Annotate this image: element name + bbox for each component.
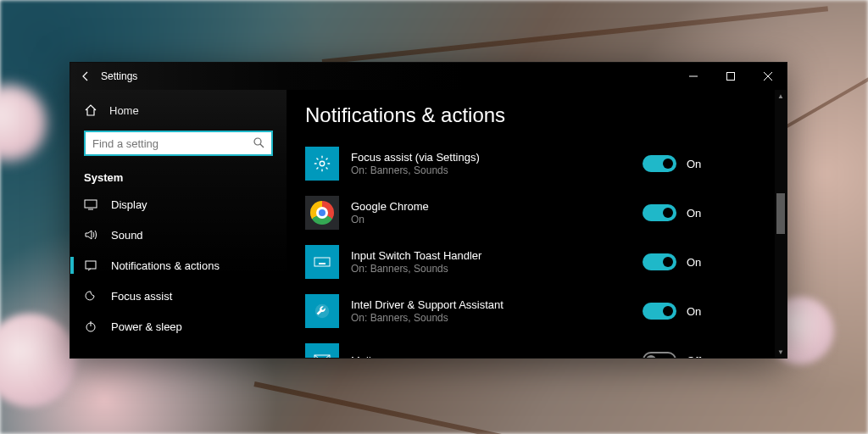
app-name: Google Chrome bbox=[351, 200, 643, 213]
toggle-state-label: On bbox=[687, 158, 701, 170]
toggle-group: On bbox=[643, 253, 753, 270]
close-button[interactable] bbox=[749, 63, 787, 90]
toggle-state-label: On bbox=[687, 305, 701, 318]
toggle-switch[interactable] bbox=[643, 352, 676, 358]
gear-icon bbox=[305, 147, 339, 181]
home-nav[interactable]: Home bbox=[70, 97, 287, 124]
sidebar-item-display[interactable]: Display bbox=[70, 189, 287, 220]
search-input[interactable] bbox=[92, 137, 253, 150]
sidebar-item-label: Power & sleep bbox=[111, 320, 182, 333]
app-name: Focus assist (via Settings) bbox=[351, 151, 643, 164]
minimize-button[interactable] bbox=[675, 63, 712, 90]
power-icon bbox=[84, 320, 97, 333]
search-box[interactable] bbox=[84, 131, 273, 156]
app-subtext: On: Banners, Sounds bbox=[351, 164, 643, 176]
page-title: Notifications & actions bbox=[287, 90, 787, 139]
maximize-button[interactable] bbox=[712, 63, 749, 90]
app-info: Input Switch Toast HandlerOn: Banners, S… bbox=[339, 249, 643, 275]
svg-rect-12 bbox=[314, 258, 330, 266]
app-info: Intel Driver & Support AssistantOn: Bann… bbox=[339, 298, 643, 324]
app-row[interactable]: Input Switch Toast HandlerOn: Banners, S… bbox=[305, 237, 753, 287]
app-row[interactable]: Google ChromeOnOn bbox=[305, 188, 753, 237]
sidebar-item-label: Notifications & actions bbox=[111, 259, 220, 272]
scroll-down-arrow[interactable]: ▼ bbox=[775, 346, 787, 358]
app-info: Mail bbox=[339, 354, 643, 359]
app-info: Focus assist (via Settings)On: Banners, … bbox=[339, 151, 643, 176]
svg-point-11 bbox=[320, 161, 325, 166]
search-icon bbox=[253, 136, 264, 151]
sidebar-item-notifications[interactable]: Notifications & actions bbox=[70, 250, 287, 281]
chrome-icon bbox=[305, 196, 339, 230]
app-subtext: On: Banners, Sounds bbox=[351, 312, 643, 324]
toggle-switch[interactable] bbox=[643, 204, 676, 221]
toggle-state-label: On bbox=[687, 256, 701, 269]
sidebar-item-focus-assist[interactable]: Focus assist bbox=[70, 281, 287, 311]
toggle-switch[interactable] bbox=[643, 303, 676, 320]
home-label: Home bbox=[109, 104, 139, 117]
sidebar-item-power-sleep[interactable]: Power & sleep bbox=[70, 311, 287, 342]
sidebar: Home System Display Sound bbox=[70, 90, 287, 358]
home-icon bbox=[84, 103, 97, 117]
titlebar: Settings bbox=[70, 63, 787, 90]
toggle-group: On bbox=[643, 204, 753, 221]
toggle-switch[interactable] bbox=[643, 253, 676, 270]
keyboard-icon bbox=[305, 245, 339, 279]
toggle-state-label: On bbox=[687, 207, 701, 220]
app-row[interactable]: Intel Driver & Support AssistantOn: Bann… bbox=[305, 287, 753, 336]
app-subtext: On bbox=[351, 214, 643, 225]
svg-rect-8 bbox=[86, 261, 96, 269]
mail-icon bbox=[305, 343, 339, 358]
svg-rect-6 bbox=[85, 200, 97, 208]
scroll-thumb[interactable] bbox=[776, 193, 785, 234]
sidebar-item-label: Focus assist bbox=[111, 290, 172, 303]
wrench-icon bbox=[305, 294, 339, 328]
svg-line-5 bbox=[260, 144, 264, 147]
svg-rect-1 bbox=[727, 73, 735, 81]
scroll-up-arrow[interactable]: ▲ bbox=[775, 90, 787, 102]
sidebar-item-label: Display bbox=[111, 198, 147, 211]
nav-list: Display Sound Notifications & actions Fo… bbox=[70, 189, 287, 342]
sound-icon bbox=[84, 228, 97, 242]
toggle-group: On bbox=[643, 303, 753, 320]
main-content: Notifications & actions Focus assist (vi… bbox=[287, 90, 787, 358]
back-button[interactable] bbox=[70, 63, 101, 90]
app-name: Mail bbox=[351, 354, 643, 359]
toggle-group: On bbox=[643, 155, 753, 172]
app-list: Focus assist (via Settings)On: Banners, … bbox=[287, 139, 787, 358]
sidebar-item-sound[interactable]: Sound bbox=[70, 220, 287, 250]
window-title: Settings bbox=[101, 70, 137, 82]
app-name: Input Switch Toast Handler bbox=[351, 249, 643, 262]
toggle-state-label: Off bbox=[687, 354, 701, 359]
app-row[interactable]: MailOff bbox=[305, 336, 753, 358]
app-row[interactable]: Focus assist (via Settings)On: Banners, … bbox=[305, 139, 753, 188]
app-info: Google ChromeOn bbox=[339, 200, 643, 225]
app-subtext: On: Banners, Sounds bbox=[351, 263, 643, 275]
sidebar-section-title: System bbox=[70, 163, 287, 189]
display-icon bbox=[84, 198, 97, 211]
svg-point-4 bbox=[254, 138, 261, 145]
scrollbar[interactable]: ▲ ▼ bbox=[775, 90, 787, 358]
toggle-group: Off bbox=[643, 352, 753, 358]
app-name: Intel Driver & Support Assistant bbox=[351, 298, 643, 311]
toggle-switch[interactable] bbox=[643, 155, 676, 172]
focus-assist-icon bbox=[84, 289, 97, 303]
notifications-icon bbox=[84, 259, 97, 272]
sidebar-item-label: Sound bbox=[111, 229, 143, 242]
settings-window: Settings Home bbox=[70, 62, 787, 359]
